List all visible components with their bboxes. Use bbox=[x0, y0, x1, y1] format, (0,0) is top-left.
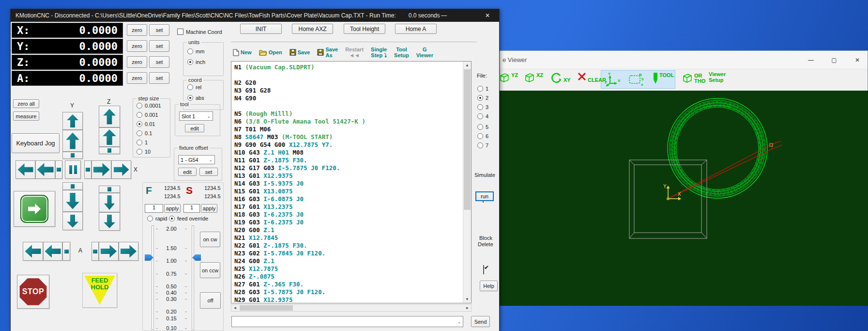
fixture-set-button[interactable]: set bbox=[199, 168, 218, 176]
file-6-radio[interactable]: 6 bbox=[477, 133, 488, 139]
horizontal-scroll-thumb[interactable] bbox=[240, 305, 293, 311]
save-button[interactable]: Save bbox=[289, 49, 310, 56]
single-step-button[interactable]: SingleStep ⤵ bbox=[371, 47, 387, 58]
zero-a-button[interactable]: zero bbox=[127, 72, 147, 84]
clear-button[interactable]: CLEAR bbox=[577, 72, 606, 83]
vertical-scroll-thumb[interactable] bbox=[464, 69, 471, 210]
help-button[interactable]: Help bbox=[480, 281, 498, 291]
spindle-on-cw-button[interactable]: on cw bbox=[200, 232, 220, 247]
step-0.1-radio[interactable]: 0.1 bbox=[137, 130, 152, 136]
jog-z-plus-step-button[interactable] bbox=[99, 147, 120, 154]
zero-z-button[interactable]: zero bbox=[127, 56, 147, 68]
view-yz-button[interactable]: YZ bbox=[499, 72, 518, 83]
spindle-input[interactable]: 1 bbox=[183, 204, 200, 213]
viewer-setup-button[interactable]: Viewer Setup bbox=[709, 72, 726, 83]
tool-edit-button[interactable]: edit bbox=[185, 124, 204, 132]
jog-x-minus-button[interactable] bbox=[35, 160, 55, 179]
horizontal-scrollbar[interactable]: ◄ ► bbox=[231, 304, 472, 312]
jog-a-plus-fast-button[interactable] bbox=[119, 242, 138, 261]
file-3-radio[interactable]: 3 bbox=[477, 104, 488, 110]
coord-radio-rel[interactable]: rel bbox=[187, 84, 201, 90]
machine-coord-checkbox[interactable]: Machine Coord bbox=[177, 29, 222, 35]
jog-y-plus-step-button[interactable] bbox=[62, 152, 83, 159]
set-y-button[interactable]: set bbox=[149, 40, 169, 52]
jog-x-plus-fast-button[interactable] bbox=[111, 160, 131, 179]
jog-a-plus-button[interactable] bbox=[99, 242, 119, 261]
file-5-radio[interactable]: 5 bbox=[477, 124, 488, 130]
jog-z-plus-fast-button[interactable] bbox=[99, 106, 120, 127]
rapid-radio[interactable]: rapid bbox=[147, 216, 167, 221]
scroll-down-icon[interactable]: ▼ bbox=[463, 296, 471, 303]
new-button[interactable]: New bbox=[233, 49, 252, 56]
scroll-right-icon[interactable]: ► bbox=[464, 305, 471, 311]
jog-a-plus-step-button[interactable] bbox=[91, 242, 99, 261]
coord-radio-abs[interactable]: abs bbox=[187, 95, 204, 101]
show-tool-button[interactable]: TOOL bbox=[653, 72, 674, 85]
tool-slot-dropdown[interactable]: Slot 1⌄ bbox=[179, 111, 213, 121]
run-button[interactable]: run bbox=[475, 191, 494, 201]
jog-a-minus-step-button[interactable] bbox=[62, 242, 70, 261]
vertical-scrollbar[interactable]: ▲ ▼ bbox=[463, 62, 471, 303]
minimize-button[interactable]: — bbox=[436, 9, 452, 22]
step-10-radio[interactable]: 10 bbox=[137, 149, 151, 155]
measure-button[interactable]: measure bbox=[13, 111, 39, 121]
send-button[interactable]: Send bbox=[471, 316, 490, 327]
file-1-radio[interactable]: 1 bbox=[477, 86, 488, 92]
units-radio-inch[interactable]: inch bbox=[187, 59, 205, 65]
file-4-radio[interactable]: 4 bbox=[477, 113, 488, 119]
jog-z-minus-fast-button[interactable] bbox=[99, 212, 120, 231]
step-0.0001-radio[interactable]: 0.0001 bbox=[137, 103, 161, 109]
feed-override-radio[interactable]: feed override bbox=[169, 216, 208, 221]
viewer-maximize-button[interactable]: ▢ bbox=[827, 54, 841, 66]
keyboard-jog-button[interactable]: Keyboard Jog bbox=[12, 133, 60, 153]
feed-hold-button[interactable]: FEEDHOLD bbox=[82, 273, 117, 308]
zero-x-button[interactable]: zero bbox=[127, 24, 147, 36]
toolpath-canvas[interactable]: Y X bbox=[499, 91, 868, 306]
block-delete-checkbox[interactable] bbox=[483, 265, 484, 274]
jog-z-minus-step-button[interactable] bbox=[99, 186, 120, 193]
open-button[interactable]: Open bbox=[259, 49, 282, 56]
home-a-button[interactable]: Home A bbox=[395, 24, 437, 34]
restart-button[interactable]: Restart◄◄ bbox=[345, 47, 364, 58]
axes-view-button[interactable]: Y X Z bbox=[604, 72, 621, 87]
spindle-override-slider[interactable] bbox=[192, 225, 194, 330]
jog-y-plus-button[interactable] bbox=[62, 130, 83, 152]
file-2-radio[interactable]: 2 bbox=[477, 95, 488, 101]
close-button[interactable]: ✕ bbox=[479, 9, 496, 22]
jog-x-plus-button[interactable] bbox=[91, 160, 111, 179]
feed-override-slider[interactable] bbox=[152, 225, 154, 330]
init-button[interactable]: INIT bbox=[240, 24, 282, 34]
scroll-left-icon[interactable]: ◄ bbox=[231, 305, 239, 311]
cycle-start-button[interactable] bbox=[14, 191, 55, 227]
zero-y-button[interactable]: zero bbox=[127, 40, 147, 52]
spindle-apply-button[interactable]: apply bbox=[201, 204, 217, 213]
jog-pause-button[interactable] bbox=[65, 160, 81, 179]
tool-height-button[interactable]: Tool Height bbox=[344, 24, 385, 34]
feedrate-input[interactable]: 1 bbox=[145, 204, 163, 213]
jog-x-plus-step-button[interactable] bbox=[84, 160, 91, 179]
jog-y-plus-fast-button[interactable] bbox=[62, 112, 83, 130]
save-as-button[interactable]: SaveAs bbox=[317, 47, 338, 58]
set-x-button[interactable]: set bbox=[149, 24, 169, 36]
viewer-close-button[interactable]: ✕ bbox=[850, 54, 865, 66]
home-axz-button[interactable]: Home AXZ bbox=[292, 24, 333, 34]
jog-y-minus-step-button[interactable] bbox=[62, 182, 83, 190]
file-7-radio[interactable]: 7 bbox=[477, 142, 488, 148]
set-z-button[interactable]: set bbox=[149, 56, 169, 68]
tool-setup-button[interactable]: ToolSetup bbox=[394, 47, 409, 58]
fixture-offset-dropdown[interactable]: 1 - G54⌄ bbox=[178, 155, 215, 164]
view-xz-button[interactable]: XZ bbox=[524, 72, 543, 83]
jog-y-minus-button[interactable] bbox=[62, 190, 83, 212]
gcode-text[interactable]: N1 (Vacuum Cap.SLDPRT) N2 G20N3 G91 G28N… bbox=[231, 62, 463, 303]
step-0.01-radio[interactable]: 0.01 bbox=[137, 121, 155, 127]
jog-a-minus-fast-button[interactable] bbox=[23, 242, 43, 261]
jog-y-minus-fast-button[interactable] bbox=[62, 212, 83, 230]
scroll-up-icon[interactable]: ▲ bbox=[463, 62, 471, 69]
rotate-xy-button[interactable]: XY bbox=[550, 72, 571, 84]
viewer-titlebar[interactable]: e Viewer — ▢ ✕ bbox=[499, 51, 868, 69]
set-a-button[interactable]: set bbox=[149, 72, 169, 84]
fixture-edit-button[interactable]: edit bbox=[178, 168, 197, 176]
jog-x-minus-step-button[interactable] bbox=[55, 160, 62, 179]
spindle-off-button[interactable]: off bbox=[200, 292, 221, 309]
units-radio-mm[interactable]: mm bbox=[187, 48, 204, 54]
